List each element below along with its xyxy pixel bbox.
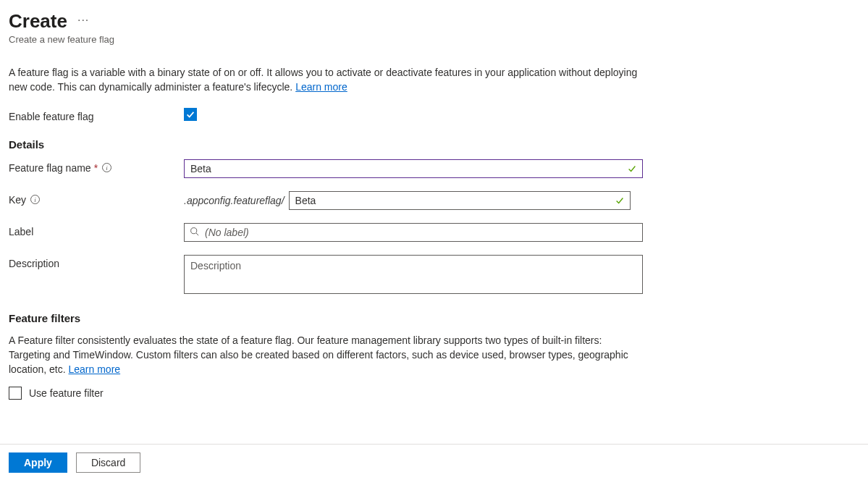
enable-flag-label: Enable feature flag	[9, 108, 184, 122]
name-input[interactable]	[184, 159, 643, 178]
key-prefix: .appconfig.featureflag/	[184, 195, 285, 206]
use-filter-checkbox[interactable]	[9, 387, 22, 400]
page-subtitle: Create a new feature flag	[9, 34, 855, 45]
description-input[interactable]	[184, 255, 643, 294]
info-icon[interactable]: i	[102, 163, 111, 172]
discard-button[interactable]: Discard	[76, 452, 140, 473]
checkmark-icon	[185, 109, 195, 119]
key-label: Key	[9, 194, 26, 206]
required-indicator: *	[94, 162, 98, 174]
name-label: Feature flag name	[9, 162, 91, 174]
filters-text: A Feature filter consistently evaluates …	[9, 333, 639, 377]
more-icon[interactable]: ···	[77, 14, 89, 29]
info-icon[interactable]: i	[30, 195, 40, 204]
key-input[interactable]	[289, 191, 631, 210]
label-label: Label	[9, 223, 184, 237]
filters-heading: Feature filters	[9, 312, 855, 324]
learn-more-link[interactable]: Learn more	[295, 81, 347, 93]
enable-flag-checkbox[interactable]	[184, 108, 197, 121]
filters-learn-more-link[interactable]: Learn more	[69, 363, 121, 375]
page-title: Create	[9, 10, 67, 33]
intro-text: A feature flag is a variable with a bina…	[9, 65, 639, 95]
label-input[interactable]	[184, 223, 643, 242]
description-label: Description	[9, 255, 184, 269]
details-heading: Details	[9, 138, 855, 151]
apply-button[interactable]: Apply	[9, 452, 67, 473]
use-filter-label: Use feature filter	[29, 387, 104, 399]
